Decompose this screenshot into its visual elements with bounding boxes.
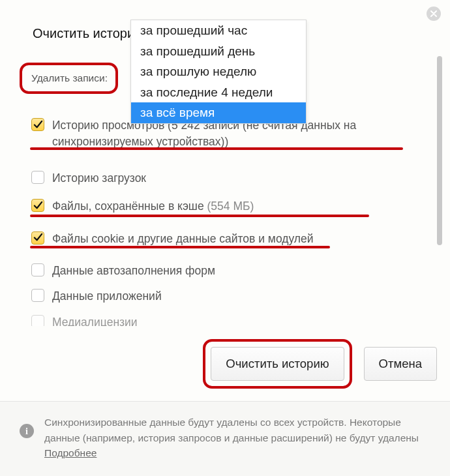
option-media-licenses[interactable]: Медиалицензии — [31, 314, 424, 326]
checkbox-icon[interactable] — [31, 315, 44, 326]
option-label: Файлы, сохранённые в кэше (554 МБ) — [52, 198, 254, 215]
checkbox-icon[interactable] — [31, 199, 44, 212]
annotation-underline — [30, 147, 403, 150]
clear-history-button[interactable]: Очистить историю — [211, 347, 344, 381]
checkbox-icon[interactable] — [31, 263, 44, 276]
checkbox-icon[interactable] — [31, 171, 44, 184]
dropdown-item-alltime[interactable]: за всё время — [131, 102, 306, 123]
option-label: Историю загрузок — [52, 170, 146, 186]
option-cookies[interactable]: Файлы cookie и другие данные сайтов и мо… — [31, 231, 424, 247]
option-label: Данные автозаполнения форм — [52, 263, 215, 279]
sync-info-footer: i Синхронизированные данные будут удален… — [0, 401, 450, 476]
delete-records-label: Удалить записи: — [20, 63, 118, 94]
scrollbar-thumb[interactable] — [437, 56, 442, 245]
close-icon[interactable] — [427, 7, 441, 21]
option-download-history[interactable]: Историю загрузок — [31, 170, 424, 186]
options-list: Историю просмотров (5 242 записи (не счи… — [0, 111, 443, 326]
checkbox-icon[interactable] — [31, 231, 44, 245]
time-range-dropdown[interactable]: за прошедший час за прошедший день за пр… — [130, 20, 307, 124]
clear-history-dialog: Очистить историю Удалить записи: за прош… — [0, 0, 450, 476]
option-autofill[interactable]: Данные автозаполнения форм — [31, 263, 424, 279]
option-cached-files[interactable]: Файлы, сохранённые в кэше (554 МБ) — [31, 198, 424, 215]
annotation-highlight: Очистить историю — [203, 339, 352, 389]
option-label: Данные приложений — [52, 288, 162, 305]
dropdown-item-4weeks[interactable]: за последние 4 недели — [131, 82, 306, 103]
dialog-title: Очистить историю — [33, 26, 144, 41]
more-link[interactable]: Подробнее — [44, 447, 97, 458]
dropdown-item-hour[interactable]: за прошедший час — [131, 20, 306, 41]
option-app-data[interactable]: Данные приложений — [31, 288, 424, 305]
option-label: Файлы cookie и другие данные сайтов и мо… — [52, 231, 314, 247]
info-icon: i — [20, 424, 34, 438]
dropdown-item-day[interactable]: за прошедший день — [131, 41, 306, 62]
dialog-buttons: Очистить историю Отмена — [0, 339, 437, 389]
footer-text: Синхронизированные данные будут удалены … — [44, 415, 430, 460]
cancel-button[interactable]: Отмена — [364, 347, 437, 381]
annotation-underline — [30, 215, 369, 217]
dropdown-item-week[interactable]: за прошлую неделю — [131, 61, 306, 82]
option-label: Медиалицензии — [52, 314, 138, 326]
checkbox-icon[interactable] — [31, 289, 44, 302]
annotation-underline — [30, 246, 330, 248]
scrollbar[interactable] — [437, 56, 442, 323]
checkbox-icon[interactable] — [31, 118, 44, 131]
